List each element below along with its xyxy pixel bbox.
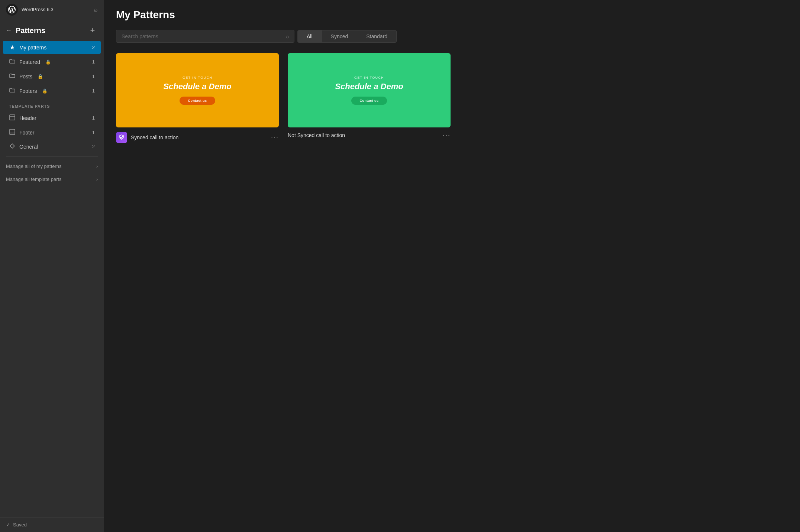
checkmark-icon: ✓: [6, 522, 10, 528]
posts-label: Posts: [19, 74, 32, 80]
general-label: General: [19, 144, 38, 150]
patterns-header-left: ← Patterns: [6, 26, 45, 35]
posts-count: 1: [92, 74, 95, 79]
my-patterns-label: My patterns: [19, 45, 46, 51]
search-icon[interactable]: ⌕: [94, 6, 98, 13]
pattern-preview-not-synced[interactable]: GET IN TOUCH Schedule a Demo Contact us: [288, 53, 451, 127]
saved-status: Saved: [13, 522, 27, 528]
sidebar-item-footer-tp[interactable]: Footer 1: [3, 126, 101, 139]
pattern-name-synced: Synced call to action: [131, 134, 267, 140]
folder-icon-posts: [9, 73, 16, 80]
pattern-card-synced: GET IN TOUCH Schedule a Demo Contact us …: [116, 53, 279, 143]
page-title: My Patterns: [116, 9, 788, 21]
footer-tp-count: 1: [92, 130, 95, 135]
tab-all[interactable]: All: [298, 30, 322, 42]
main-content: My Patterns ⌕ All Synced Standard GET IN…: [104, 0, 800, 532]
pattern-menu-synced[interactable]: ···: [271, 134, 279, 141]
manage-template-parts-label: Manage all template parts: [6, 176, 62, 182]
patterns-heading: Patterns: [16, 26, 45, 35]
folder-icon: [9, 58, 16, 65]
sidebar-item-footers[interactable]: Footers 🔒 1: [3, 84, 101, 97]
pattern-menu-not-synced[interactable]: ···: [443, 132, 451, 139]
add-pattern-button[interactable]: +: [87, 25, 98, 36]
sidebar-item-header[interactable]: Header 1: [3, 111, 101, 124]
sidebar-item-featured[interactable]: Featured 🔒 1: [3, 55, 101, 68]
tabs: All Synced Standard: [297, 30, 397, 43]
preview-content-synced: GET IN TOUCH Schedule a Demo Contact us: [156, 68, 239, 112]
preview-content-not-synced: GET IN TOUCH Schedule a Demo Contact us: [328, 68, 410, 112]
sidebar-header: WordPress 6.3 ⌕: [0, 0, 104, 19]
search-input[interactable]: [122, 33, 282, 39]
star-icon: ★: [9, 44, 16, 51]
featured-count: 1: [92, 59, 95, 65]
patterns-header: ← Patterns +: [0, 19, 104, 40]
preview-schedule-1: Schedule a Demo: [163, 82, 231, 91]
search-box: ⌕: [116, 30, 294, 43]
divider-2: [6, 189, 98, 189]
lock-icon-featured: 🔒: [45, 59, 51, 65]
search-mag-icon: ⌕: [286, 33, 289, 39]
svg-rect-0: [10, 115, 15, 120]
preview-get-in-touch-1: GET IN TOUCH: [163, 76, 231, 80]
sidebar: WordPress 6.3 ⌕ ← Patterns + ★ My patter…: [0, 0, 104, 532]
divider-1: [6, 156, 98, 157]
pattern-preview-synced[interactable]: GET IN TOUCH Schedule a Demo Contact us: [116, 53, 279, 127]
my-patterns-count: 2: [92, 45, 95, 50]
diamond-icon: [9, 143, 16, 150]
pattern-card-not-synced: GET IN TOUCH Schedule a Demo Contact us …: [288, 53, 451, 143]
sidebar-item-general[interactable]: General 2: [3, 140, 101, 153]
chevron-right-icon: ›: [96, 164, 98, 169]
chevron-right-icon-2: ›: [96, 177, 98, 182]
wp-logo[interactable]: [6, 4, 18, 16]
featured-label: Featured: [19, 59, 40, 65]
layout-header-icon: [9, 114, 16, 121]
pattern-info-synced: Synced call to action ···: [116, 132, 279, 143]
pattern-info-not-synced: Not Synced call to action ···: [288, 132, 451, 139]
tab-synced[interactable]: Synced: [322, 30, 358, 42]
sidebar-item-my-patterns[interactable]: ★ My patterns 2: [3, 41, 101, 54]
lock-icon-posts: 🔒: [38, 74, 43, 79]
folder-icon-footers: [9, 87, 16, 94]
footer-tp-label: Footer: [19, 130, 34, 136]
header-label: Header: [19, 115, 36, 121]
back-arrow-icon[interactable]: ←: [6, 27, 12, 34]
pattern-name-not-synced: Not Synced call to action: [288, 132, 439, 138]
layout-footer-icon: [9, 129, 16, 136]
sidebar-item-posts[interactable]: Posts 🔒 1: [3, 70, 101, 83]
template-parts-label: Template Parts: [0, 98, 104, 111]
preview-button-1: Contact us: [180, 97, 215, 105]
svg-marker-4: [10, 144, 14, 148]
svg-rect-2: [10, 129, 15, 134]
search-tabs-row: ⌕ All Synced Standard: [116, 30, 788, 43]
tab-standard[interactable]: Standard: [357, 30, 396, 42]
footers-count: 1: [92, 88, 95, 94]
preview-schedule-2: Schedule a Demo: [335, 82, 403, 91]
lock-icon-footers: 🔒: [42, 88, 48, 94]
footers-label: Footers: [19, 88, 37, 94]
synced-badge-icon: [119, 134, 125, 141]
synced-badge: [116, 132, 127, 143]
manage-template-parts-link[interactable]: Manage all template parts ›: [0, 173, 104, 186]
preview-button-2: Contact us: [351, 97, 387, 105]
header-count: 1: [92, 115, 95, 121]
wp-version-label: WordPress 6.3: [22, 7, 90, 12]
sidebar-footer: ✓ Saved: [0, 517, 104, 532]
patterns-grid: GET IN TOUCH Schedule a Demo Contact us …: [116, 53, 451, 143]
preview-get-in-touch-2: GET IN TOUCH: [335, 76, 403, 80]
manage-patterns-link[interactable]: Manage all of my patterns ›: [0, 160, 104, 173]
manage-patterns-label: Manage all of my patterns: [6, 163, 62, 169]
general-count: 2: [92, 144, 95, 149]
